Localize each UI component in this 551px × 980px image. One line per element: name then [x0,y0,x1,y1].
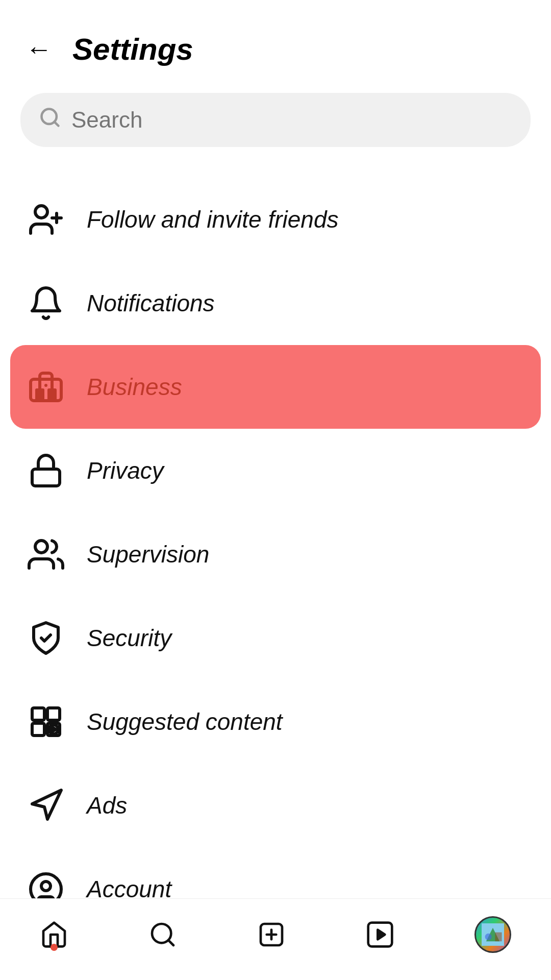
reels-icon [366,920,394,949]
supervision-icon [26,534,66,575]
nav-home[interactable] [30,915,79,954]
nav-search[interactable] [138,915,187,954]
suggested-label: Suggested content [87,708,283,736]
nav-search-icon [148,920,177,949]
settings-item-ads[interactable]: Ads [0,764,551,847]
bottom-nav [0,898,551,980]
settings-list: Follow and invite friends Notifications … [0,167,551,980]
bell-icon [26,283,66,324]
business-label: Business [87,373,182,401]
security-label: Security [87,624,171,652]
settings-item-privacy[interactable]: Privacy [0,429,551,512]
svg-line-1 [55,122,59,126]
svg-point-33 [485,933,491,940]
back-arrow-icon: ← [26,36,52,62]
page-title: Settings [72,32,193,67]
settings-item-suggested[interactable]: Suggested content [0,680,551,764]
svg-point-12 [35,541,47,553]
back-button[interactable]: ← [20,31,57,67]
settings-item-notifications[interactable]: Notifications [0,261,551,345]
nav-add[interactable] [247,915,296,954]
svg-marker-29 [378,929,385,939]
svg-marker-18 [52,727,56,732]
suggested-icon [26,701,66,742]
search-icon [39,106,61,134]
header: ← Settings [0,0,551,83]
svg-rect-13 [32,708,44,720]
ads-label: Ads [87,792,127,819]
add-icon [257,920,286,949]
search-bar[interactable] [20,93,531,147]
settings-item-supervision[interactable]: Supervision [0,512,551,596]
svg-rect-15 [32,723,44,736]
privacy-label: Privacy [87,457,164,484]
svg-point-20 [41,881,51,891]
notifications-label: Notifications [87,289,215,317]
home-notification-dot [51,944,58,951]
settings-item-security[interactable]: Security [0,596,551,680]
svg-rect-32 [495,932,502,941]
supervision-label: Supervision [87,541,209,568]
avatar-map-icon [482,923,504,946]
search-container [20,93,531,147]
follow-label: Follow and invite friends [87,206,338,233]
profile-avatar [474,916,511,953]
settings-item-follow[interactable]: Follow and invite friends [0,178,551,261]
svg-line-24 [168,940,173,945]
nav-profile[interactable] [464,911,521,958]
svg-rect-11 [32,469,60,486]
shield-icon [26,618,66,658]
search-input[interactable] [71,107,512,133]
svg-rect-14 [47,708,60,720]
lock-icon [26,450,66,491]
nav-reels[interactable] [356,915,405,954]
follow-icon [26,199,66,240]
business-icon [26,366,66,407]
ads-icon [26,785,66,826]
svg-point-2 [35,206,47,218]
settings-item-business[interactable]: Business [10,345,541,429]
